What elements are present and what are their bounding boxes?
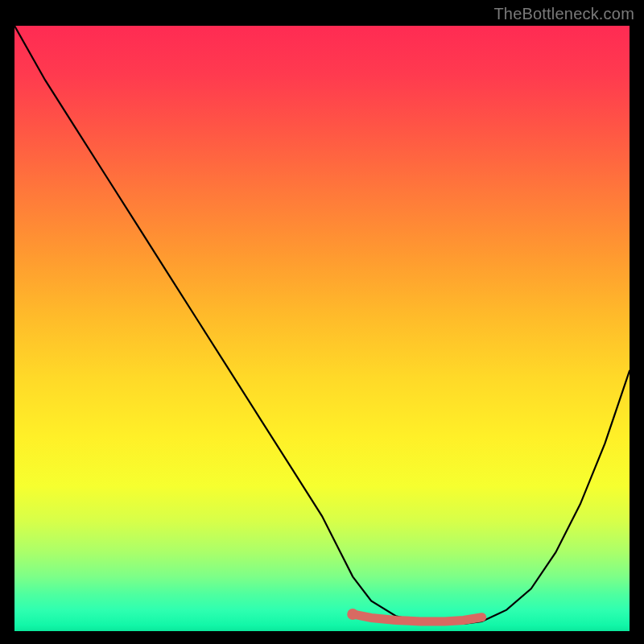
chart-curve xyxy=(14,26,630,624)
chart-frame xyxy=(14,26,630,631)
watermark-text: TheBottleneck.com xyxy=(493,5,634,23)
chart-svg xyxy=(14,26,630,631)
chart-highlight-dot xyxy=(347,609,358,620)
chart-highlight-segment xyxy=(353,614,481,621)
